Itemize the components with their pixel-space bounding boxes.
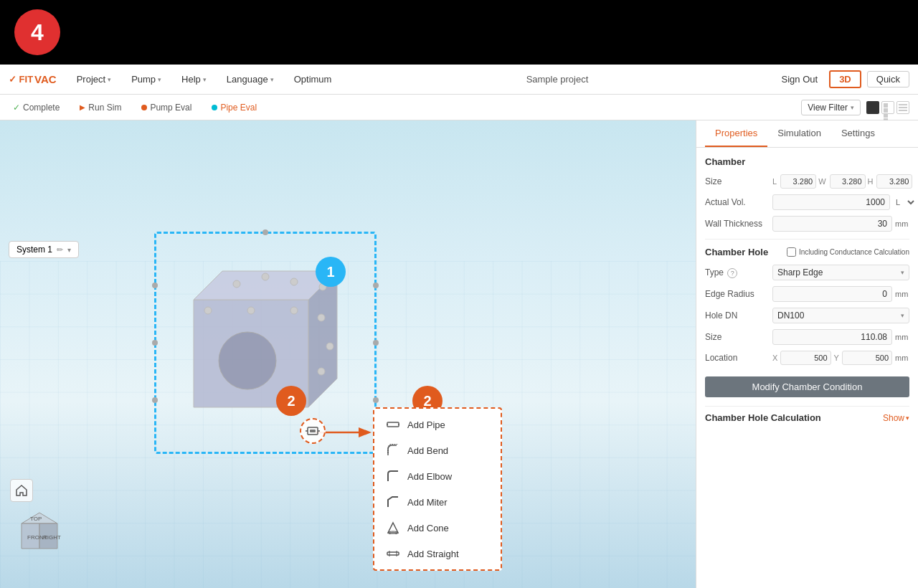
nav-bar: ✓ FITVAC Project ▾ Pump ▾ Help ▾ Languag…: [0, 65, 918, 95]
nav-language[interactable]: Language ▾: [219, 65, 281, 95]
check-icon: ✓: [13, 103, 20, 113]
h-label: H: [868, 177, 874, 186]
hole-size-row: Size mm: [705, 329, 909, 345]
svg-rect-21: [387, 422, 399, 427]
calc-title: Chamber Hole Calculation: [705, 412, 821, 423]
hole-size-label: Size: [705, 332, 770, 342]
hole-size-input[interactable]: [772, 329, 892, 345]
home-button[interactable]: [10, 479, 33, 502]
wall-thickness-label: Wall Thickness: [705, 219, 770, 229]
edge-radius-unit: mm: [895, 290, 909, 298]
chevron-down-icon: ▾: [203, 76, 207, 83]
handle-top[interactable]: [262, 229, 268, 235]
nav-project[interactable]: Project ▾: [70, 65, 118, 95]
nav-optimum[interactable]: Optimum: [287, 65, 339, 95]
add-cone-item[interactable]: Add Cone: [374, 515, 501, 541]
nav-help[interactable]: Help ▾: [174, 65, 214, 95]
add-miter-item[interactable]: Add Miter: [374, 489, 501, 515]
size-w-input[interactable]: [830, 174, 866, 189]
tab-properties[interactable]: Properties: [705, 120, 767, 147]
actual-vol-label: Actual Vol.: [705, 197, 770, 207]
svg-rect-26: [387, 552, 399, 555]
location-y-input[interactable]: [842, 351, 892, 365]
edit-icon: ✏: [57, 245, 63, 255]
handle-left-bottom[interactable]: [152, 397, 158, 403]
system-label[interactable]: System 1 ✏ ▾: [9, 241, 79, 258]
chevron-down-icon: ▾: [270, 76, 274, 83]
modify-chamber-button[interactable]: Modify Chamber Condition: [705, 376, 909, 397]
show-link[interactable]: Show ▾: [883, 413, 909, 423]
add-bend-item[interactable]: Add Bend: [374, 437, 501, 463]
complete-item[interactable]: ✓ Complete: [9, 100, 64, 115]
nav-right: Sign Out 3D Quick: [776, 70, 909, 88]
chevron-down-icon: ▾: [158, 76, 161, 83]
chamber-title: Chamber: [705, 156, 909, 167]
view-mode-buttons: [866, 101, 909, 114]
connector-icon[interactable]: [300, 418, 326, 444]
info-icon[interactable]: ?: [727, 268, 737, 278]
size-unit-select[interactable]: ft m: [915, 176, 918, 186]
viewport[interactable]: System 1 ✏ ▾: [0, 120, 696, 588]
hole-dn-label: Hole DN: [705, 310, 770, 321]
step-badge-2a: 2: [276, 386, 306, 416]
right-panel: Properties Simulation Settings Chamber S…: [696, 120, 918, 588]
elbow-icon: [386, 469, 400, 483]
view-list-button[interactable]: [896, 101, 909, 114]
add-straight-item[interactable]: Add Straight: [374, 541, 501, 566]
add-elbow-item[interactable]: Add Elbow: [374, 463, 501, 489]
chevron-down-icon: ▾: [901, 312, 904, 319]
quick-button[interactable]: Quick: [867, 71, 909, 87]
handle-right-top[interactable]: [373, 283, 379, 288]
step-indicator: 4: [14, 9, 60, 55]
top-bar: 4: [0, 0, 918, 65]
size-row: Size L W H ft m: [705, 174, 909, 189]
logo[interactable]: ✓ FITVAC: [9, 73, 57, 85]
conductance-checkbox[interactable]: [787, 247, 796, 257]
edge-radius-input[interactable]: [772, 286, 892, 302]
nav-pump[interactable]: Pump ▾: [124, 65, 169, 95]
system-label-container: System 1 ✏ ▾: [9, 241, 79, 258]
pipe-eval-item[interactable]: Pipe Eval: [207, 100, 261, 115]
add-pipe-item[interactable]: Add Pipe: [374, 412, 501, 437]
bend-icon: [386, 443, 400, 457]
svg-marker-20: [359, 427, 372, 437]
hole-dn-dropdown[interactable]: DN100 ▾: [772, 308, 909, 323]
wall-thickness-unit: mm: [895, 219, 909, 228]
tab-simulation[interactable]: Simulation: [767, 120, 831, 147]
handle-left-top[interactable]: [152, 283, 158, 288]
nav-cube[interactable]: FRONT RIGHT TOP: [14, 509, 65, 559]
toolbar-right: View Filter ▾: [801, 100, 909, 115]
main-area: System 1 ✏ ▾: [0, 120, 918, 588]
hole-dn-row: Hole DN DN100 ▾: [705, 308, 909, 323]
wall-thickness-input[interactable]: [772, 216, 892, 232]
tab-settings[interactable]: Settings: [831, 120, 885, 147]
handle-right-bottom[interactable]: [373, 397, 379, 403]
location-inputs: X Y: [772, 351, 892, 365]
handle-left[interactable]: [152, 340, 158, 346]
chamber-hole-calc-row: Chamber Hole Calculation Show ▾: [705, 406, 909, 423]
pump-eval-item[interactable]: Pump Eval: [137, 100, 196, 115]
actual-vol-unit-select[interactable]: L m³: [893, 197, 917, 207]
cone-icon: [386, 521, 400, 535]
actual-vol-input[interactable]: [772, 194, 890, 210]
size-l-input[interactable]: [780, 174, 816, 189]
run-sim-item[interactable]: ▶ Run Sim: [75, 100, 126, 115]
size-h-input[interactable]: [876, 174, 912, 189]
view-filter-button[interactable]: View Filter ▾: [801, 100, 861, 115]
location-unit: mm: [895, 354, 909, 362]
view-solid-button[interactable]: [866, 101, 879, 114]
location-row: Location X Y mm: [705, 351, 909, 365]
type-dropdown[interactable]: Sharp Edge ▾: [772, 265, 909, 280]
handle-right[interactable]: [373, 340, 379, 346]
toolbar-row: ✓ Complete ▶ Run Sim Pump Eval Pipe Eval…: [0, 95, 918, 120]
view-grid-button[interactable]: [881, 101, 894, 114]
3d-button[interactable]: 3D: [829, 70, 861, 88]
chevron-down-icon: ▾: [67, 246, 71, 254]
play-icon: ▶: [80, 103, 85, 111]
location-x-input[interactable]: [780, 351, 831, 365]
sign-out-button[interactable]: Sign Out: [776, 71, 824, 87]
svg-text:RIGHT: RIGHT: [43, 534, 61, 541]
y-label: Y: [834, 354, 839, 362]
chamber-hole-title: Chamber Hole: [705, 247, 768, 257]
chevron-down-icon: ▾: [851, 104, 854, 111]
